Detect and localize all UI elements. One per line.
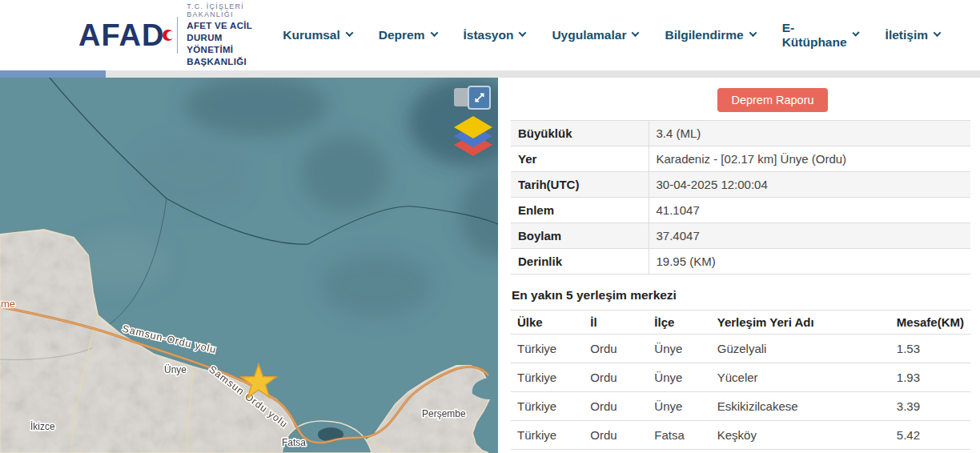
map-label-persembe: Perşembe: [422, 408, 466, 419]
map-label-unye: Ünye: [164, 364, 187, 375]
chevron-down-icon: [430, 29, 438, 37]
expand-arrows-icon: [474, 92, 485, 103]
chevron-down-icon: [345, 29, 353, 37]
scroll-progress-bar: [0, 70, 980, 78]
afad-wordmark: AFAD: [78, 20, 164, 50]
map-label-fatsa: Fatsa: [282, 437, 306, 448]
map-layers-button[interactable]: [452, 114, 495, 159]
table-header-row: Ülke İl İlçe Yerleşim Yeri Adı Mesafe(KM…: [511, 311, 970, 335]
nearest-settlements-table: Ülke İl İlçe Yerleşim Yeri Adı Mesafe(KM…: [511, 310, 970, 450]
scroll-progress-fill: [0, 70, 106, 78]
nav-item-istasyon[interactable]: İstasyon: [464, 21, 526, 50]
nearest-settlements-title: En yakın 5 yerleşim merkezi: [512, 288, 970, 303]
nav-item-deprem[interactable]: Deprem: [379, 21, 437, 50]
logo-divider: [177, 17, 178, 54]
layers-icon: [452, 114, 495, 159]
table-row: Türkiye Ordu Ünye Güzelyali 1.53: [511, 335, 970, 363]
afad-logo[interactable]: AFAD T.C. İÇİŞLERİ BAKANLIĞI AFET VE ACİ…: [78, 2, 283, 68]
table-row: Büyüklük 3.4 (ML): [511, 121, 970, 146]
main-navigation: Kurumsal Deprem İstasyon Uygulamalar Bil…: [283, 21, 980, 50]
chevron-down-icon: [519, 29, 527, 37]
chevron-down-icon: [853, 29, 860, 36]
deprem-raporu-button[interactable]: Deprem Raporu: [717, 88, 827, 112]
nav-item-kurumsal[interactable]: Kurumsal: [283, 21, 352, 50]
map-label-partial: me: [1, 298, 15, 310]
table-row: Türkiye Ordu Ünye Eskikizilcakese 3.39: [511, 392, 970, 421]
earthquake-details-table: Büyüklük 3.4 (ML) Yer Karadeniz - [02.17…: [511, 120, 970, 275]
nav-item-e-kutuphane[interactable]: E-Kütüphane: [782, 21, 859, 50]
basemap-svg: me Samsun-Ordu yolu Samsun Ordu yolu Üny…: [0, 78, 498, 453]
table-row: Tarih(UTC) 30-04-2025 12:00:04: [511, 172, 970, 198]
table-row: Derinlik 19.95 (KM): [511, 249, 970, 275]
table-row: Yer Karadeniz - [02.17 km] Ünye (Ordu): [511, 146, 970, 172]
table-row: Boylam 37.4047: [511, 223, 970, 249]
table-row: Türkiye Ordu Fatsa Keşköy 5.42: [511, 421, 970, 450]
nav-item-uygulamalar[interactable]: Uygulamalar: [552, 21, 638, 50]
table-row: Enlem 41.1047: [511, 198, 970, 223]
site-header: AFAD T.C. İÇİŞLERİ BAKANLIĞI AFET VE ACİ…: [0, 0, 980, 70]
ministry-text: T.C. İÇİŞLERİ BAKANLIĞI AFET VE ACİL DUR…: [187, 2, 283, 68]
map-label-ikizce: İkizce: [30, 421, 55, 432]
earthquake-detail-panel: Deprem Raporu Büyüklük 3.4 (ML) Yer Kara…: [498, 78, 980, 453]
nav-item-bilgilendirme[interactable]: Bilgilendirme: [665, 21, 755, 50]
chevron-down-icon: [749, 29, 757, 37]
map-fullscreen-button[interactable]: [468, 86, 491, 110]
chevron-down-icon: [632, 29, 640, 37]
nav-item-iletisim[interactable]: İletişim: [886, 21, 940, 50]
chevron-down-icon: [934, 29, 942, 37]
earthquake-map[interactable]: me Samsun-Ordu yolu Samsun Ordu yolu Üny…: [0, 78, 498, 453]
table-row: Türkiye Ordu Ünye Yüceler 1.93: [511, 363, 970, 392]
